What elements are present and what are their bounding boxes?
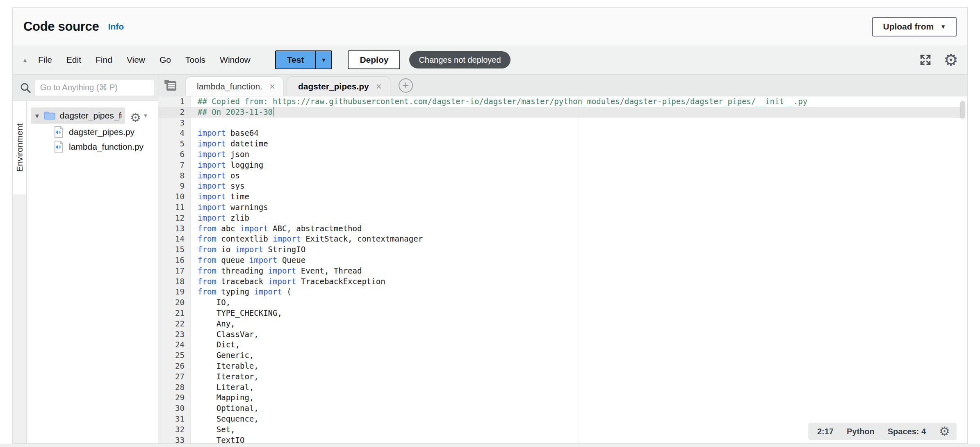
line-number[interactable]: 28 (158, 382, 191, 393)
line-content[interactable]: import sys (191, 181, 961, 192)
language-mode[interactable]: Python (847, 427, 875, 436)
line-number[interactable]: 9 (158, 181, 191, 192)
line-number[interactable]: 24 (158, 340, 191, 350)
menu-view[interactable]: View (125, 53, 147, 66)
line-content[interactable]: from queue import Queue (191, 255, 961, 266)
test-dropdown-icon[interactable]: ▼ (315, 51, 331, 68)
line-number[interactable]: 16 (158, 255, 191, 266)
folder-expand-caret-icon[interactable]: ▼ (34, 112, 44, 119)
line-content[interactable]: from abc import ABC, abstractmethod (191, 224, 961, 234)
upload-from-button[interactable]: Upload from ▼ (872, 17, 957, 36)
tree-file-lambda-function-py[interactable]: lambda_function.py (27, 139, 158, 154)
line-content[interactable]: ClassVar, (191, 329, 961, 340)
line-content[interactable]: from typing import ( (191, 287, 961, 297)
tab-list-icon[interactable] (163, 78, 178, 92)
line-number[interactable]: 25 (158, 350, 191, 361)
code-editor[interactable]: 1## Copied from: https://raw.githubuserc… (158, 96, 967, 443)
line-content[interactable]: from contextlib import ExitStack, contex… (191, 234, 961, 244)
line-content[interactable]: from traceback import TracebackException (191, 276, 961, 287)
line-content[interactable]: TYPE_CHECKING, (191, 308, 961, 319)
line-number[interactable]: 13 (158, 224, 191, 234)
test-button-label[interactable]: Test (276, 51, 315, 68)
line-number[interactable]: 8 (158, 171, 191, 181)
cursor-position[interactable]: 2:17 (817, 427, 834, 436)
line-number[interactable]: 31 (158, 414, 191, 424)
deploy-button[interactable]: Deploy (348, 50, 400, 69)
line-number[interactable]: 12 (158, 213, 191, 224)
test-button[interactable]: Test ▼ (275, 50, 333, 69)
collapse-menu-icon[interactable]: ▲ (18, 57, 32, 64)
menu-find[interactable]: Find (94, 53, 114, 66)
fullscreen-icon[interactable] (919, 53, 932, 66)
line-content[interactable]: Mapping, (191, 392, 961, 403)
line-number[interactable]: 17 (158, 266, 191, 276)
tab-strip: lambda_function.×dagster_pipes.py× + (158, 75, 967, 96)
line-number[interactable]: 10 (158, 192, 191, 202)
line-content[interactable]: import json (191, 149, 961, 160)
line-content[interactable]: import zlib (191, 213, 961, 224)
tree-folder-dagster-pipes-function[interactable]: ▼ dagster_pipes_funct (31, 107, 125, 124)
close-tab-icon[interactable]: × (376, 82, 382, 91)
line-content[interactable]: Literal, (191, 382, 961, 393)
line-content[interactable]: import os (191, 171, 961, 181)
line-content[interactable]: import time (191, 192, 961, 202)
new-tab-button[interactable]: + (399, 78, 413, 93)
tree-file-dagster-pipes-py[interactable]: dagster_pipes.py (27, 125, 158, 139)
indent-setting[interactable]: Spaces: 4 (888, 427, 926, 436)
menu-window[interactable]: Window (218, 53, 252, 66)
line-number[interactable]: 27 (158, 372, 191, 382)
folder-settings-menu[interactable]: ⚙ ▼ (130, 107, 148, 124)
line-content[interactable]: from threading import Event, Thread (191, 266, 961, 276)
vertical-scrollbar-thumb[interactable] (960, 101, 965, 119)
menu-edit[interactable]: Edit (65, 53, 83, 66)
line-number[interactable]: 20 (158, 297, 191, 308)
line-number[interactable]: 26 (158, 361, 191, 372)
info-link[interactable]: Info (108, 22, 123, 32)
line-number[interactable]: 7 (158, 160, 191, 171)
line-content[interactable]: Optional, (191, 403, 961, 414)
line-content[interactable]: import datetime (191, 139, 961, 149)
tab-dagster-pipes-py[interactable]: dagster_pipes.py× (287, 76, 390, 96)
line-number[interactable]: 18 (158, 276, 191, 287)
line-number[interactable]: 23 (158, 329, 191, 340)
line-number[interactable]: 4 (158, 128, 191, 139)
line-content[interactable]: Iterator, (191, 372, 961, 382)
close-tab-icon[interactable]: × (269, 82, 275, 91)
line-number[interactable]: 15 (158, 244, 191, 255)
line-number[interactable]: 30 (158, 403, 191, 414)
menu-file[interactable]: File (36, 53, 54, 66)
line-number[interactable]: 32 (158, 424, 191, 435)
line-content[interactable]: import base64 (191, 128, 961, 139)
line-content[interactable]: ## On 2023-11-30 (191, 107, 961, 118)
line-number[interactable]: 22 (158, 319, 191, 329)
line-content[interactable]: Iterable, (191, 361, 961, 372)
line-number[interactable]: 33 (158, 435, 191, 444)
line-content[interactable] (191, 118, 961, 128)
line-content[interactable]: Generic, (191, 350, 961, 361)
line-number[interactable]: 14 (158, 234, 191, 244)
environment-tab[interactable]: Environment (13, 101, 26, 194)
line-number[interactable]: 5 (158, 139, 191, 149)
line-number[interactable]: 19 (158, 287, 191, 297)
line-content[interactable]: ## Copied from: https://raw.githubuserco… (191, 96, 961, 107)
line-number[interactable]: 29 (158, 392, 191, 403)
line-number[interactable]: 3 (158, 118, 191, 128)
line-number[interactable]: 1 (158, 96, 191, 107)
line-content[interactable]: Any, (191, 319, 961, 329)
line-content[interactable]: import warnings (191, 202, 961, 213)
menu-tools[interactable]: Tools (184, 53, 207, 66)
line-number[interactable]: 11 (158, 202, 191, 213)
editor-settings-gear-icon[interactable]: ⚙ (939, 425, 950, 438)
line-number[interactable]: 6 (158, 149, 191, 160)
ide-settings-gear-icon[interactable]: ⚙ (944, 52, 958, 68)
goto-anything-input[interactable] (35, 80, 154, 96)
line-content[interactable]: import logging (191, 160, 961, 171)
line-number[interactable]: 2 (158, 107, 191, 118)
search-icon (19, 82, 32, 94)
line-content[interactable]: from io import StringIO (191, 244, 961, 255)
menu-go[interactable]: Go (158, 53, 173, 66)
line-number[interactable]: 21 (158, 308, 191, 319)
line-content[interactable]: IO, (191, 297, 961, 308)
tab-lambda-function-[interactable]: lambda_function.× (185, 76, 284, 96)
line-content[interactable]: Dict, (191, 340, 961, 350)
